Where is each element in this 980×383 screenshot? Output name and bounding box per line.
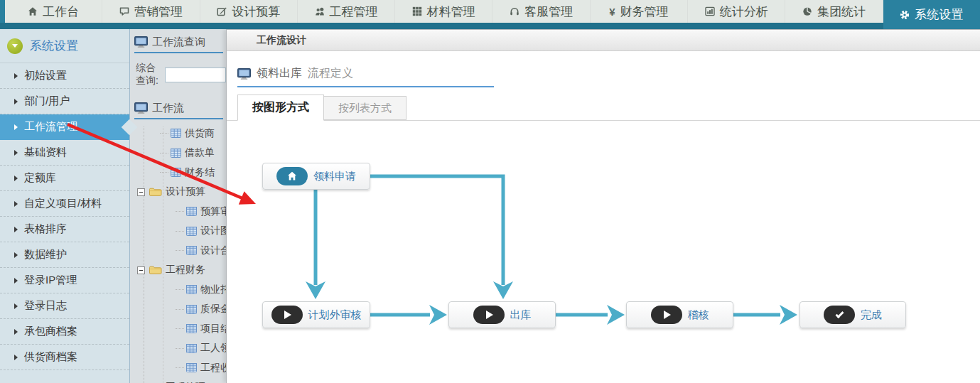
- edit-icon: [217, 6, 227, 16]
- caret-right-icon: [14, 252, 18, 258]
- nav-tab-label: 统计分析: [720, 4, 768, 20]
- table-icon: [171, 129, 181, 138]
- flow-name: 领料出库: [257, 66, 302, 81]
- tree-folder[interactable]: 工程财务: [134, 261, 226, 281]
- caret-right-icon: [14, 99, 18, 104]
- chat-icon: [119, 6, 129, 16]
- nav-tab-customer-service[interactable]: 客服管理: [492, 0, 590, 23]
- check-icon: [824, 306, 855, 324]
- nav-tab-system-settings[interactable]: 系统设置: [883, 0, 980, 29]
- nav-tab-engineering[interactable]: 工程管理: [298, 0, 395, 23]
- home-icon: [276, 167, 308, 185]
- play-icon: [651, 306, 682, 324]
- barchart-icon: [705, 6, 715, 16]
- tree-item[interactable]: 财务结: [134, 163, 226, 183]
- sidebar: 系统设置 初始设置 部门/用户 工作流管理 基础资料 定额库 自定义项目/材料 …: [0, 29, 129, 383]
- nav-tab-label: 客服管理: [524, 4, 573, 20]
- collapse-expander-icon[interactable]: [137, 188, 145, 196]
- table-icon: [186, 344, 197, 353]
- caret-right-icon: [14, 176, 18, 181]
- app-window: 工作台 营销管理 设计预算 工程管理 材料管理 客服管理: [0, 0, 980, 383]
- search-input[interactable]: [165, 68, 226, 82]
- sidebar-item-table-sorting[interactable]: 表格排序: [0, 217, 129, 242]
- sidebar-item-login-ip[interactable]: 登录IP管理: [0, 268, 129, 293]
- sidebar-item-basic-data[interactable]: 基础资料: [0, 140, 129, 166]
- table-icon: [186, 246, 197, 255]
- flow-node-outbound[interactable]: 出库: [448, 301, 556, 328]
- sidebar-item-contractor-files[interactable]: 承包商档案: [0, 319, 129, 345]
- panel-titlebar: 工作流设计: [227, 30, 980, 51]
- monitor-icon: [134, 36, 148, 48]
- nav-tab-workbench[interactable]: 工作台: [5, 0, 102, 23]
- tree-item[interactable]: 设计合: [134, 241, 226, 261]
- nav-tab-group-stats[interactable]: 集团统计: [785, 0, 883, 23]
- piechart-icon: [802, 6, 812, 16]
- workflow-tree: 供货商 借款单 财务结 设计预算 预算审 设计图 设计合 工程财务 物业托 质保…: [134, 124, 226, 383]
- monitor-icon: [134, 102, 148, 114]
- tree-item[interactable]: 工人领: [134, 339, 226, 359]
- panel-title: 工作流设计: [257, 34, 306, 47]
- folder-icon: [149, 265, 162, 275]
- sidebar-item-quota-library[interactable]: 定额库: [0, 166, 129, 191]
- tree-item[interactable]: 工程收: [134, 358, 226, 378]
- tree-item[interactable]: 借款单: [134, 144, 226, 163]
- caret-right-icon: [14, 124, 18, 130]
- nav-tab-design-budget[interactable]: 设计预算: [200, 0, 298, 23]
- sidebar-item-data-maintenance[interactable]: 数据维护: [0, 242, 129, 268]
- nav-tab-label: 财务管理: [620, 4, 669, 20]
- home-icon: [28, 6, 38, 16]
- sidebar-header[interactable]: 系统设置: [0, 29, 129, 63]
- sidebar-item-custom-items[interactable]: 自定义项目/材料: [0, 191, 129, 217]
- sidebar-item-workflow-management[interactable]: 工作流管理: [0, 114, 129, 140]
- flow-title-underline: [237, 86, 494, 87]
- nav-tab-finance[interactable]: ¥ 财务管理: [591, 0, 688, 23]
- sidebar-item-departments-users[interactable]: 部门/用户: [0, 89, 129, 114]
- flow-node-complete[interactable]: 完成: [799, 301, 906, 328]
- caret-right-icon: [14, 150, 18, 156]
- sidebar-item-initial-settings[interactable]: 初始设置: [0, 63, 129, 89]
- table-icon: [186, 227, 197, 236]
- tab-graph-view[interactable]: 按图形方式: [237, 95, 324, 121]
- section-underline: [134, 52, 223, 53]
- nav-tab-materials[interactable]: 材料管理: [395, 0, 492, 23]
- table-icon: [186, 324, 197, 333]
- nav-tab-label: 工作台: [43, 4, 79, 20]
- tree-item[interactable]: 设计图: [134, 222, 226, 242]
- folder-icon: [149, 187, 162, 197]
- play-icon: [271, 306, 303, 324]
- workflow-query-header: 工作流查询: [134, 33, 226, 51]
- table-icon: [171, 168, 181, 177]
- collapse-expander-icon[interactable]: [137, 266, 145, 274]
- workflow-designer-panel: 工作流设计 领料出库 流程定义 按图形方式 按列表方式: [226, 29, 980, 383]
- view-tabs: 按图形方式 按列表方式: [227, 95, 980, 121]
- tree-item[interactable]: 项目结: [134, 319, 226, 339]
- table-icon: [186, 207, 197, 216]
- tree-folder[interactable]: 工程管理: [134, 378, 226, 383]
- yen-icon: ¥: [609, 6, 615, 18]
- top-navigation: 工作台 营销管理 设计预算 工程管理 材料管理 客服管理: [0, 0, 980, 29]
- table-icon: [171, 149, 181, 158]
- tab-list-view[interactable]: 按列表方式: [324, 96, 406, 120]
- gear-icon: [900, 10, 910, 20]
- tree-item[interactable]: 预算审: [134, 202, 226, 222]
- flow-diagram-canvas[interactable]: 领料申请 计划外审核 出库 稽核 完成: [227, 121, 980, 383]
- flow-node-material-request[interactable]: 领料申请: [262, 163, 370, 190]
- sidebar-item-login-log[interactable]: 登录日志: [0, 293, 129, 319]
- nav-tab-label: 营销管理: [134, 4, 183, 20]
- nav-bottom-band: [0, 23, 980, 29]
- nav-tab-label: 工程管理: [330, 4, 378, 20]
- tree-folder[interactable]: 设计预算: [134, 183, 226, 203]
- flow-node-audit[interactable]: 稽核: [626, 301, 733, 328]
- monitor-icon: [237, 68, 251, 80]
- tree-item[interactable]: 物业托: [134, 280, 226, 300]
- tree-item[interactable]: 质保金: [134, 300, 226, 320]
- nav-tab-marketing[interactable]: 营销管理: [102, 0, 200, 23]
- headset-icon: [510, 6, 519, 16]
- tree-item[interactable]: 供货商: [134, 124, 226, 144]
- nav-tab-statistics[interactable]: 统计分析: [688, 0, 785, 23]
- flow-node-unplanned-review[interactable]: 计划外审核: [262, 301, 370, 328]
- section-underline: [134, 118, 223, 119]
- caret-right-icon: [14, 329, 18, 335]
- sidebar-item-supplier-files[interactable]: 供货商档案: [0, 345, 129, 370]
- search-label: 综合查询:: [136, 62, 162, 87]
